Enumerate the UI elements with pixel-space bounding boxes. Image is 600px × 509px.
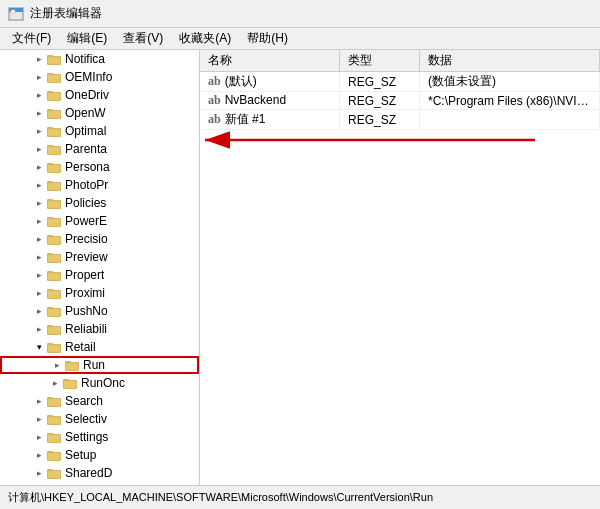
cell-type-2: REG_SZ [340, 110, 420, 130]
tree-arrow-parenta[interactable]: ▸ [32, 144, 46, 154]
tree-label-sharedt: SharedD [65, 466, 112, 480]
ab-icon: ab [208, 74, 221, 88]
cell-type-1: REG_SZ [340, 92, 420, 110]
tree-arrow-pushno[interactable]: ▸ [32, 306, 46, 316]
folder-icon-precisio [46, 232, 62, 246]
folder-icon-notifica [46, 52, 62, 66]
title-bar: 注册表编辑器 [0, 0, 600, 28]
tree-arrow-setup[interactable]: ▸ [32, 450, 46, 460]
cell-data-0: (数值未设置) [420, 72, 600, 92]
tree-arrow-settings[interactable]: ▸ [32, 432, 46, 442]
tree-item-retail[interactable]: ▾ Retail [0, 338, 199, 356]
folder-icon-retail [46, 340, 62, 354]
tree-arrow-search[interactable]: ▸ [32, 396, 46, 406]
svg-rect-5 [48, 57, 60, 64]
tree-item-search[interactable]: ▸ Search [0, 392, 199, 410]
tree-item-preview[interactable]: ▸ Preview [0, 248, 199, 266]
tree-label-selectiv: Selectiv [65, 412, 107, 426]
tree-arrow-powere[interactable]: ▸ [32, 216, 46, 226]
tree-item-optimal[interactable]: ▸ Optimal [0, 122, 199, 140]
svg-rect-35 [48, 237, 60, 244]
tree-label-run: Run [83, 358, 105, 372]
svg-rect-11 [48, 93, 60, 100]
tree-item-runonce[interactable]: ▸ RunOnc [0, 374, 199, 392]
tree-arrow-precisio[interactable]: ▸ [32, 234, 46, 244]
tree-item-propert[interactable]: ▸ Propert [0, 266, 199, 284]
tree-arrow-oeminfo[interactable]: ▸ [32, 72, 46, 82]
tree-item-proximi[interactable]: ▸ Proximi [0, 284, 199, 302]
ab-icon: ab [208, 93, 221, 107]
tree-item-photop[interactable]: ▸ PhotoPr [0, 176, 199, 194]
folder-icon-propert [46, 268, 62, 282]
registry-data-table: 名称 类型 数据 ab(默认)REG_SZ(数值未设置)abNvBackendR… [200, 50, 600, 130]
col-type-header[interactable]: 类型 [340, 50, 420, 72]
tree-item-onedrive[interactable]: ▸ OneDriv [0, 86, 199, 104]
tree-arrow-proximi[interactable]: ▸ [32, 288, 46, 298]
tree-arrow-persona[interactable]: ▸ [32, 162, 46, 172]
status-bar: 计算机\HKEY_LOCAL_MACHINE\SOFTWARE\Microsof… [0, 485, 600, 509]
tree-arrow-run[interactable]: ▸ [50, 360, 64, 370]
tree-label-powere: PowerE [65, 214, 107, 228]
tree-arrow-runonce[interactable]: ▸ [48, 378, 62, 388]
tree-item-precisio[interactable]: ▸ Precisio [0, 230, 199, 248]
tree-label-proximi: Proximi [65, 286, 105, 300]
folder-icon-reliabili [46, 322, 62, 336]
tree-arrow-reliabili[interactable]: ▸ [32, 324, 46, 334]
tree-item-run[interactable]: ▸ Run [0, 356, 199, 374]
tree-arrow-optimal[interactable]: ▸ [32, 126, 46, 136]
table-row[interactable]: ab新值 #1REG_SZ [200, 110, 600, 130]
tree-arrow-openw[interactable]: ▸ [32, 108, 46, 118]
tree-panel[interactable]: ▸ Notifica▸ OEMInfo▸ OneDriv▸ OpenW▸ Opt… [0, 50, 200, 485]
col-name-header[interactable]: 名称 [200, 50, 340, 72]
svg-rect-20 [48, 147, 60, 154]
folder-icon-settings [46, 430, 62, 444]
regedit-icon [8, 6, 24, 22]
tree-item-openw[interactable]: ▸ OpenW [0, 104, 199, 122]
tree-arrow-selectiv[interactable]: ▸ [32, 414, 46, 424]
tree-arrow-notifica[interactable]: ▸ [32, 54, 46, 64]
svg-rect-53 [48, 345, 60, 352]
tree-label-preview: Preview [65, 250, 108, 264]
tree-label-propert: Propert [65, 268, 104, 282]
svg-rect-14 [48, 111, 60, 118]
folder-icon-search [46, 394, 62, 408]
tree-item-notifica[interactable]: ▸ Notifica [0, 50, 199, 68]
tree-arrow-retail[interactable]: ▾ [32, 342, 46, 352]
tree-item-setup[interactable]: ▸ Setup [0, 446, 199, 464]
tree-arrow-sharedt[interactable]: ▸ [32, 468, 46, 478]
svg-rect-62 [48, 399, 60, 406]
tree-item-powere[interactable]: ▸ PowerE [0, 212, 199, 230]
tree-item-reliabili[interactable]: ▸ Reliabili [0, 320, 199, 338]
tree-item-parenta[interactable]: ▸ Parenta [0, 140, 199, 158]
tree-arrow-onedrive[interactable]: ▸ [32, 90, 46, 100]
col-data-header[interactable]: 数据 [420, 50, 600, 72]
menu-favorites[interactable]: 收藏夹(A) [171, 28, 239, 49]
tree-label-notifica: Notifica [65, 52, 105, 66]
tree-item-sharedt[interactable]: ▸ SharedD [0, 464, 199, 482]
folder-icon-preview [46, 250, 62, 264]
folder-icon-runonce [62, 376, 78, 390]
tree-label-optimal: Optimal [65, 124, 106, 138]
tree-item-policies[interactable]: ▸ Policies [0, 194, 199, 212]
tree-item-selectiv[interactable]: ▸ Selectiv [0, 410, 199, 428]
menu-file[interactable]: 文件(F) [4, 28, 59, 49]
table-row[interactable]: abNvBackendREG_SZ*C:\Program Files (x86)… [200, 92, 600, 110]
menu-view[interactable]: 查看(V) [115, 28, 171, 49]
tree-item-oeminfo[interactable]: ▸ OEMInfo [0, 68, 199, 86]
tree-item-pushno[interactable]: ▸ PushNo [0, 302, 199, 320]
tree-arrow-policies[interactable]: ▸ [32, 198, 46, 208]
cell-data-2 [420, 110, 600, 130]
table-row[interactable]: ab(默认)REG_SZ(数值未设置) [200, 72, 600, 92]
folder-icon-setup [46, 448, 62, 462]
menu-help[interactable]: 帮助(H) [239, 28, 296, 49]
tree-arrow-propert[interactable]: ▸ [32, 270, 46, 280]
tree-arrow-photop[interactable]: ▸ [32, 180, 46, 190]
menu-edit[interactable]: 编辑(E) [59, 28, 115, 49]
svg-rect-2 [11, 10, 15, 13]
tree-item-settings[interactable]: ▸ Settings [0, 428, 199, 446]
folder-icon-powere [46, 214, 62, 228]
tree-label-parenta: Parenta [65, 142, 107, 156]
tree-item-persona[interactable]: ▸ Persona [0, 158, 199, 176]
tree-arrow-preview[interactable]: ▸ [32, 252, 46, 262]
folder-icon-oeminfo [46, 70, 62, 84]
